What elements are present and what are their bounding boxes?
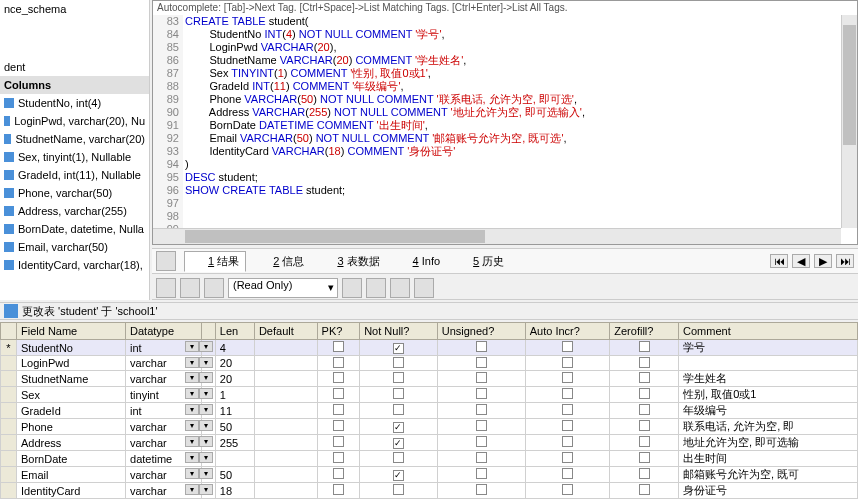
len-cell[interactable]: 20 — [215, 371, 254, 387]
checkbox[interactable] — [393, 343, 404, 354]
checkbox[interactable] — [562, 357, 573, 368]
nav-last-button[interactable]: ⏭ — [836, 254, 854, 268]
paste-icon[interactable] — [414, 278, 434, 298]
comment-cell[interactable]: 地址允许为空, 即可选输 — [679, 435, 858, 451]
tool-icon[interactable] — [342, 278, 362, 298]
len-cell[interactable]: 20 — [215, 356, 254, 371]
comment-cell[interactable]: 年级编号 — [679, 403, 858, 419]
sql-editor[interactable]: Autocomplete: [Tab]->Next Tag. [Ctrl+Spa… — [152, 0, 858, 245]
datatype-cell[interactable]: varchar — [126, 356, 202, 371]
datatype-expand[interactable] — [201, 340, 215, 356]
grid-header[interactable]: Len — [215, 323, 254, 340]
datatype-cell[interactable]: varchar — [126, 419, 202, 435]
checkbox[interactable] — [476, 341, 487, 352]
checkbox[interactable] — [333, 372, 344, 383]
tab-5历史[interactable]: 5 历史 — [450, 251, 510, 272]
len-cell[interactable]: 1 — [215, 387, 254, 403]
default-cell[interactable] — [254, 451, 317, 467]
checkbox[interactable] — [562, 404, 573, 415]
checkbox[interactable] — [476, 420, 487, 431]
nav-next-button[interactable]: ▶ — [814, 254, 832, 268]
column-item[interactable]: BornDate, datetime, Nulla — [0, 220, 149, 238]
filter-icon[interactable] — [204, 278, 224, 298]
checkbox[interactable] — [562, 420, 573, 431]
default-cell[interactable] — [254, 403, 317, 419]
table-row[interactable]: Phonevarchar50联系电话, 允许为空, 即 — [1, 419, 858, 435]
comment-cell[interactable]: 学号 — [679, 340, 858, 356]
grid-header[interactable]: Unsigned? — [437, 323, 525, 340]
grid-header[interactable]: Zerofill? — [610, 323, 679, 340]
horizontal-scrollbar[interactable] — [153, 228, 841, 244]
datatype-cell[interactable]: tinyint — [126, 387, 202, 403]
default-cell[interactable] — [254, 435, 317, 451]
len-cell[interactable] — [215, 451, 254, 467]
checkbox[interactable] — [562, 436, 573, 447]
field-name-cell[interactable]: Phone — [17, 419, 126, 435]
checkbox[interactable] — [393, 452, 404, 463]
column-item[interactable]: Sex, tinyint(1), Nullable — [0, 148, 149, 166]
len-cell[interactable]: 255 — [215, 435, 254, 451]
datatype-cell[interactable]: varchar — [126, 371, 202, 387]
datatype-expand[interactable] — [201, 435, 215, 451]
comment-cell[interactable] — [679, 356, 858, 371]
checkbox[interactable] — [333, 357, 344, 368]
scroll-thumb[interactable] — [843, 25, 856, 145]
checkbox[interactable] — [476, 388, 487, 399]
checkbox[interactable] — [333, 341, 344, 352]
checkbox[interactable] — [562, 372, 573, 383]
len-cell[interactable]: 4 — [215, 340, 254, 356]
nav-prev-button[interactable]: ◀ — [792, 254, 810, 268]
tab-2信息[interactable]: 2 信息 — [250, 251, 310, 272]
columns-header[interactable]: Columns — [0, 76, 149, 94]
nav-first-button[interactable]: ⏮ — [770, 254, 788, 268]
column-item[interactable]: IdentityCard, varchar(18), — [0, 256, 149, 274]
checkbox[interactable] — [639, 452, 650, 463]
datatype-expand[interactable] — [201, 371, 215, 387]
column-item[interactable]: GradeId, int(11), Nullable — [0, 166, 149, 184]
grid-header[interactable]: Auto Incr? — [525, 323, 610, 340]
checkbox[interactable] — [639, 357, 650, 368]
readonly-select[interactable]: (Read Only) — [228, 278, 338, 298]
schema-item[interactable]: nce_schema — [0, 0, 149, 18]
checkbox[interactable] — [476, 484, 487, 495]
scroll-thumb[interactable] — [185, 230, 485, 243]
field-name-cell[interactable]: StudnetName — [17, 371, 126, 387]
field-name-cell[interactable]: IdentityCard — [17, 483, 126, 499]
checkbox[interactable] — [333, 420, 344, 431]
datatype-expand[interactable] — [201, 356, 215, 371]
datatype-expand[interactable] — [201, 451, 215, 467]
grid-header[interactable] — [201, 323, 215, 340]
column-item[interactable]: StudnetName, varchar(20) — [0, 130, 149, 148]
checkbox[interactable] — [562, 452, 573, 463]
datatype-cell[interactable]: varchar — [126, 483, 202, 499]
field-name-cell[interactable]: BornDate — [17, 451, 126, 467]
table-row[interactable]: BornDatedatetime出生时间 — [1, 451, 858, 467]
checkbox[interactable] — [639, 436, 650, 447]
checkbox[interactable] — [639, 341, 650, 352]
datatype-cell[interactable]: varchar — [126, 467, 202, 483]
tab-3表数据[interactable]: 3 表数据 — [314, 251, 385, 272]
checkbox[interactable] — [393, 404, 404, 415]
grid-header[interactable]: Comment — [679, 323, 858, 340]
checkbox[interactable] — [333, 484, 344, 495]
checkbox[interactable] — [393, 484, 404, 495]
tab-1结果[interactable]: 1 结果 — [184, 251, 246, 272]
datatype-expand[interactable] — [201, 467, 215, 483]
comment-cell[interactable]: 邮箱账号允许为空, 既可 — [679, 467, 858, 483]
table-row[interactable]: StudnetNamevarchar20学生姓名 — [1, 371, 858, 387]
checkbox[interactable] — [639, 468, 650, 479]
field-name-cell[interactable]: LoginPwd — [17, 356, 126, 371]
save-icon[interactable] — [366, 278, 386, 298]
column-item[interactable]: Address, varchar(255) — [0, 202, 149, 220]
comment-cell[interactable]: 身份证号 — [679, 483, 858, 499]
default-cell[interactable] — [254, 340, 317, 356]
checkbox[interactable] — [562, 341, 573, 352]
field-name-cell[interactable]: Sex — [17, 387, 126, 403]
datatype-expand[interactable] — [201, 419, 215, 435]
comment-cell[interactable]: 性别, 取值0或1 — [679, 387, 858, 403]
column-item[interactable]: LoginPwd, varchar(20), Nu — [0, 112, 149, 130]
checkbox[interactable] — [393, 422, 404, 433]
field-name-cell[interactable]: StudentNo — [17, 340, 126, 356]
code-content[interactable]: CREATE TABLE student( StudentNo INT(4) N… — [185, 15, 841, 197]
datatype-cell[interactable]: varchar — [126, 435, 202, 451]
